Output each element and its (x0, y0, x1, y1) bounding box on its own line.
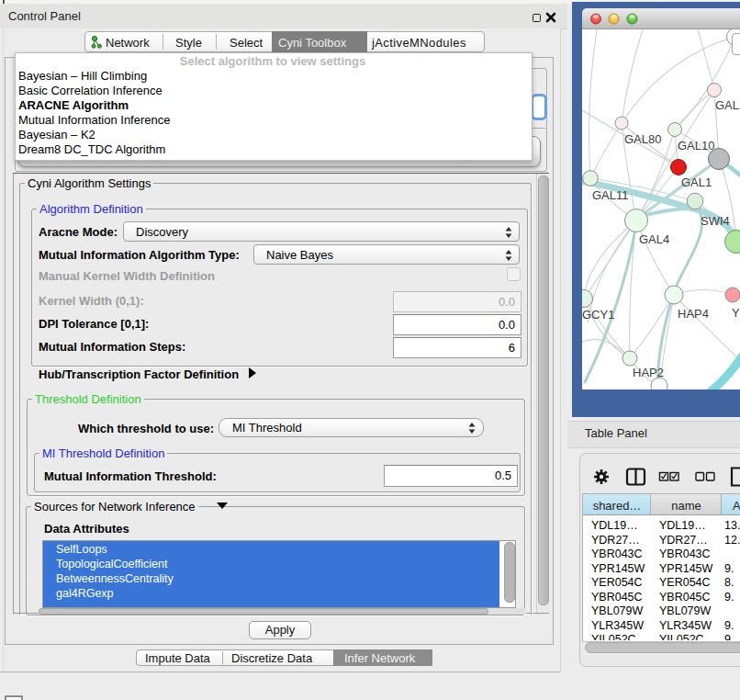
svg-text:SWI4: SWI4 (701, 214, 730, 228)
svg-text:HAP4: HAP4 (678, 307, 709, 321)
svg-text:HAP2: HAP2 (633, 366, 664, 379)
svg-text:GAL11: GAL11 (592, 188, 629, 202)
svg-text:GCY1: GCY1 (582, 308, 614, 322)
svg-text:GAL4: GAL4 (639, 232, 669, 246)
svg-text:GAL10: GAL10 (678, 139, 714, 152)
svg-text:GAL1: GAL1 (681, 175, 712, 189)
svg-text:GAL2: GAL2 (715, 98, 740, 112)
svg-text:Y: Y (732, 306, 740, 320)
svg-text:GAL80: GAL80 (624, 132, 661, 146)
